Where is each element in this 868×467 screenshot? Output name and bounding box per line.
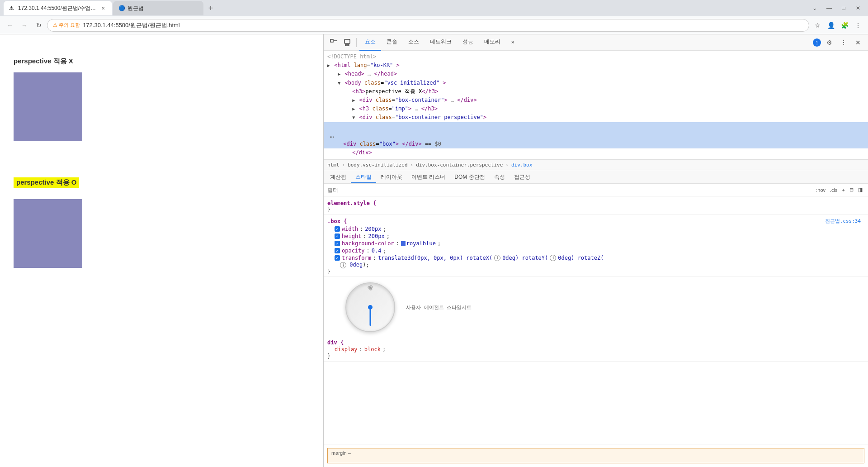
tab-controls: ⌄ — □ ✕ <box>808 2 864 14</box>
css-rule-div: div { display: block; } <box>324 338 868 362</box>
toolbar-separator <box>356 38 357 47</box>
css-source-link[interactable]: 원근법.css:34 <box>821 217 864 225</box>
tab-search-button[interactable]: ⌄ <box>808 2 821 14</box>
tab-computed[interactable]: 계산됨 <box>326 172 351 183</box>
tab-active[interactable]: ⚠ 172.30.1.44:5500/원근법/수업/이... ✕ <box>4 1 112 15</box>
dom-line-html[interactable]: ▶ <html lang="ko-KR" > <box>324 61 868 70</box>
element-picker-button[interactable] <box>327 36 340 49</box>
css-transform-continuation: ℹ 0deg); <box>327 262 864 268</box>
tab-network[interactable]: 네트워크 <box>425 34 457 51</box>
css-rules: element.style { } .box { 원근법.css:34 widt… <box>324 196 868 444</box>
styles-filter: :hov .cls + ⊟ ◨ <box>324 184 868 196</box>
tab-layout[interactable]: 레이아웃 <box>376 172 407 183</box>
css-prop-opacity: opacity: 0.4; <box>327 247 864 254</box>
css-checkbox-width[interactable] <box>335 226 340 232</box>
clock-widget-area: 사용자 에이전트 스타일시트 <box>324 277 868 338</box>
toggle-button[interactable]: ⊟ <box>848 187 855 193</box>
cls-button[interactable]: .cls <box>828 187 840 193</box>
dom-line-div-close[interactable]: </div> <box>324 148 868 157</box>
dom-line-doctype[interactable]: <!DOCTYPE html> <box>324 52 868 61</box>
devtools-close-button[interactable]: ✕ <box>852 36 864 49</box>
add-rule-button[interactable]: + <box>840 187 847 193</box>
info-icon-rotatey: ℹ <box>550 255 556 261</box>
tab-title-1: 172.30.1.44:5500/원근법/수업/이... <box>18 5 97 12</box>
section2-label: perspective 적용 O <box>14 177 79 188</box>
dom-line-div-perspective[interactable]: ▼ <div class="box-container perspective"… <box>324 113 868 122</box>
section2: perspective 적용 O <box>14 177 310 268</box>
margin-box: margin – <box>327 448 864 463</box>
devtools-tabs: 요소 콘솔 소스 네트워크 성능 메모리 » <box>359 34 812 51</box>
tab-event-listeners[interactable]: 이벤트 리스너 <box>407 172 450 183</box>
css-checkbox-height[interactable] <box>335 234 340 239</box>
url-text: 172.30.1.44:5500/원근법/원근법.html <box>83 21 180 29</box>
dom-line-h3-imp[interactable]: ▶ <h3 class="imp"> … </h3> <box>324 105 868 113</box>
dom-line-body[interactable]: ▼ <body class="vsc-initialized" > <box>324 79 868 87</box>
info-icon-rotatex: ℹ <box>494 255 500 261</box>
info-icon-rotatez: ℹ <box>340 262 346 268</box>
clock-dial[interactable] <box>345 282 395 332</box>
css-prop-height: height: 200px; <box>327 233 864 240</box>
css-rule-element-style: element.style { } <box>324 198 868 215</box>
dom-line-div-box-container[interactable]: ▶ <div class="box-container"> … </div> <box>324 96 868 105</box>
css-checkbox-opacity[interactable] <box>335 248 340 253</box>
breadcrumb-div-perspective[interactable]: div.box-container.perspective <box>416 162 503 168</box>
box-no-perspective <box>14 72 82 141</box>
tab-elements[interactable]: 요소 <box>359 34 381 51</box>
tab-more[interactable]: » <box>506 34 520 51</box>
devtools-settings-button[interactable]: ⚙ <box>823 36 835 49</box>
tab-performance[interactable]: 성능 <box>457 34 479 51</box>
css-prop-bg-color: background-color: royalblue ; <box>327 240 864 247</box>
device-toolbar-button[interactable] <box>341 36 354 49</box>
bookmark-button[interactable]: ☆ <box>811 19 824 32</box>
tab-properties[interactable]: 속성 <box>490 172 509 183</box>
profile-button[interactable]: 👤 <box>825 19 837 32</box>
tab-dom-breakpoints[interactable]: DOM 중단점 <box>450 172 489 183</box>
filter-input[interactable] <box>327 187 812 193</box>
url-warning: ⚠ 주의 요함 <box>53 22 80 29</box>
tab-bar: ⚠ 172.30.1.44:5500/원근법/수업/이... ✕ 🔵 원근법 +… <box>0 0 868 16</box>
devtools-panel: 요소 콘솔 소스 네트워크 성능 메모리 » 1 ⚙ ⋮ ✕ < <box>323 34 868 467</box>
maximize-button[interactable]: □ <box>837 2 850 14</box>
filter-actions: :hov .cls + ⊟ ◨ <box>814 187 864 193</box>
tab-console[interactable]: 콘솔 <box>381 34 403 51</box>
page-content: perspective 적용 X perspective 적용 O <box>0 34 323 467</box>
css-checkbox-transform[interactable] <box>335 255 340 261</box>
devtools-more-button[interactable]: ⋮ <box>837 36 850 49</box>
new-tab-button[interactable]: + <box>204 2 217 14</box>
breadcrumb-div-box[interactable]: div.box <box>511 162 532 168</box>
css-checkbox-bg-color[interactable] <box>335 241 340 246</box>
dom-line-head[interactable]: ▶ <head> … </head> <box>324 70 868 78</box>
hov-button[interactable]: :hov <box>814 187 827 193</box>
url-bar[interactable]: ⚠ 주의 요함 172.30.1.44:5500/원근법/원근법.html <box>47 19 809 32</box>
dom-tree: <!DOCTYPE html> ▶ <html lang="ko-KR" > ▶… <box>324 51 868 159</box>
tab-source[interactable]: 소스 <box>403 34 425 51</box>
address-actions: ☆ 👤 🧩 ⋮ <box>811 19 864 32</box>
sidebar-toggle-button[interactable]: ◨ <box>856 187 864 193</box>
refresh-button[interactable]: ↻ <box>33 19 45 32</box>
dom-line-div-box[interactable]: … <div class="box"> </div> == $0 <box>324 122 868 148</box>
breadcrumb-html[interactable]: html <box>327 162 340 168</box>
clock-container[interactable] <box>345 282 395 332</box>
dom-line-h3-1[interactable]: <h3>perspective 적용 X</h3> <box>324 87 868 96</box>
section1: perspective 적용 X <box>14 57 310 141</box>
devtools-toolbar: 요소 콘솔 소스 네트워크 성능 메모리 » 1 ⚙ ⋮ ✕ <box>324 34 868 51</box>
tab-styles[interactable]: 스타일 <box>351 172 376 183</box>
styles-tabs: 계산됨 스타일 레이아웃 이벤트 리스너 DOM 중단점 속성 접근성 <box>324 170 868 184</box>
browser-menu-button[interactable]: ⋮ <box>852 19 864 32</box>
back-button[interactable]: ← <box>4 19 16 32</box>
tab-accessibility[interactable]: 접근성 <box>509 172 535 183</box>
extensions-button[interactable]: 🧩 <box>838 19 851 32</box>
tab-memory[interactable]: 메모리 <box>479 34 506 51</box>
dom-more-button[interactable]: … <box>327 131 336 140</box>
color-swatch[interactable] <box>401 241 406 246</box>
tab-inactive[interactable]: 🔵 원근법 <box>113 1 203 15</box>
close-window-button[interactable]: ✕ <box>852 2 864 14</box>
devtools-actions: 1 ⚙ ⋮ ✕ <box>813 36 864 49</box>
forward-button[interactable]: → <box>18 19 31 32</box>
notification-badge: 1 <box>813 38 821 47</box>
minimize-button[interactable]: — <box>823 2 835 14</box>
breadcrumb-body[interactable]: body.vsc-initialized <box>348 162 407 168</box>
tab-close-1[interactable]: ✕ <box>99 5 107 12</box>
css-selector-div: div { <box>327 339 344 346</box>
svg-rect-0 <box>330 39 333 42</box>
